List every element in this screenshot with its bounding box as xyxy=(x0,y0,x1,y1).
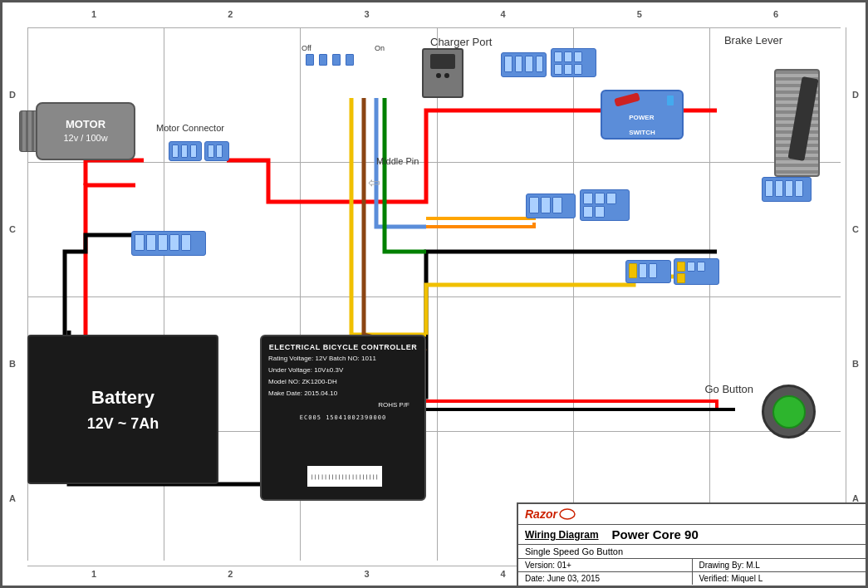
go-button-inner xyxy=(772,395,806,429)
grid-line xyxy=(27,27,841,28)
grid-col-label: 4 xyxy=(501,9,506,19)
diagram-container: 1 2 3 4 5 6 1 2 3 4 5 6 D C B A D C B A xyxy=(0,0,868,588)
grid-col-label: 2 xyxy=(228,9,233,19)
middle-connector xyxy=(526,194,576,218)
grid-line xyxy=(27,296,841,297)
yellow-connector-2 xyxy=(674,258,719,285)
controller-date: Make Date: 2015.04.10 xyxy=(262,388,424,399)
grid-line xyxy=(573,27,574,561)
grid-row-label-right: B xyxy=(852,359,859,369)
model-name: Power Core 90 xyxy=(612,527,699,541)
power-switch-component: POWER SWITCH xyxy=(601,90,684,140)
grid-col-label: 3 xyxy=(364,9,369,19)
battery-component: Battery 12V ~ 7Ah xyxy=(27,335,218,484)
grid-line xyxy=(437,27,438,561)
drawing-by-label: Drawing By: M.L xyxy=(699,561,760,570)
controller-barcode: EC005 15041002390000 xyxy=(262,411,424,424)
charger-connector xyxy=(501,52,547,77)
motor-connector-right xyxy=(204,141,229,161)
controller-under: Under Voltage: 10V±0.3V xyxy=(262,365,424,376)
charger-port-label: Charger Port xyxy=(430,36,492,48)
brand-logo: Razor xyxy=(525,507,557,521)
svg-point-0 xyxy=(560,509,575,519)
brake-lever-component xyxy=(753,52,820,185)
power-switch-area: Off On POWER SWITCH xyxy=(302,44,385,66)
grid-col-label-bottom: 4 xyxy=(501,569,506,579)
grid-row-label: D xyxy=(9,90,16,100)
go-button-component xyxy=(762,385,816,439)
motor-label: MOTOR xyxy=(66,117,105,132)
battery-specs: 12V ~ 7Ah xyxy=(87,412,159,436)
subtitle-row: Single Speed Go Button xyxy=(518,545,866,559)
controller-model: Model NO: ZK1200-DH xyxy=(262,376,424,388)
grid-col-label-bottom: 1 xyxy=(91,569,96,579)
date-label: Date: June 03, 2015 xyxy=(525,574,600,583)
switch-off-label: Off xyxy=(302,44,311,52)
title-block: Razor Wiring Diagram Power Core 90 Singl… xyxy=(517,502,866,586)
switch-on-label: On xyxy=(375,44,385,52)
charger-port-component xyxy=(422,48,463,98)
controller-rating: Rating Voltage: 12V Batch NO: 1011 xyxy=(262,353,424,365)
motor-connector-label: Motor Connector xyxy=(156,123,224,133)
grid-line xyxy=(27,162,841,163)
battery-connector-top xyxy=(131,231,206,256)
wiring-diagram-title: Wiring Diagram xyxy=(525,529,599,541)
motor-connector-left xyxy=(169,141,202,161)
middle-pin-arrow: ⇦ xyxy=(368,174,380,192)
brake-lever-label: Brake Lever xyxy=(724,34,782,47)
version-label: Version: 01+ xyxy=(525,561,571,570)
middle-connector-2 xyxy=(580,189,630,221)
middle-pin-label: Middle Pin xyxy=(376,156,419,166)
charger-connector-2 xyxy=(551,48,596,77)
battery-label: Battery xyxy=(91,383,154,412)
grid-col-label: 5 xyxy=(637,9,642,19)
grid-col-label-bottom: 3 xyxy=(364,569,369,579)
controller-component: ELECTRICAL BICYCLE CONTROLLER Rating Vol… xyxy=(260,335,426,501)
grid-row-label: C xyxy=(9,224,16,234)
subtitle: Single Speed Go Button xyxy=(525,546,623,556)
controller-title: ELECTRICAL BICYCLE CONTROLLER xyxy=(262,336,424,353)
grid-row-label: B xyxy=(9,359,16,369)
motor-specs: 12v / 100w xyxy=(63,132,107,145)
brand-logo-icon xyxy=(559,508,576,520)
motor-component: MOTOR 12v / 100w xyxy=(36,102,135,160)
motor-fins xyxy=(19,110,37,152)
power-switch-label: POWER SWITCH xyxy=(629,114,655,136)
grid-col-label: 1 xyxy=(91,9,96,19)
yellow-connector xyxy=(625,260,671,283)
controller-rohs: ROHS P/F xyxy=(371,399,416,411)
brake-bottom-connector xyxy=(762,177,812,202)
verified-label: Verified: Miquel L xyxy=(699,574,763,583)
grid-row-label-right: C xyxy=(852,224,859,234)
grid-line xyxy=(846,27,846,561)
grid-col-label-bottom: 2 xyxy=(228,569,233,579)
grid-row-label-right: D xyxy=(852,90,859,100)
go-button-label: Go Button xyxy=(704,383,753,395)
grid-line xyxy=(709,27,710,561)
grid-col-label: 6 xyxy=(773,9,778,19)
grid-row-label: A xyxy=(9,493,16,503)
